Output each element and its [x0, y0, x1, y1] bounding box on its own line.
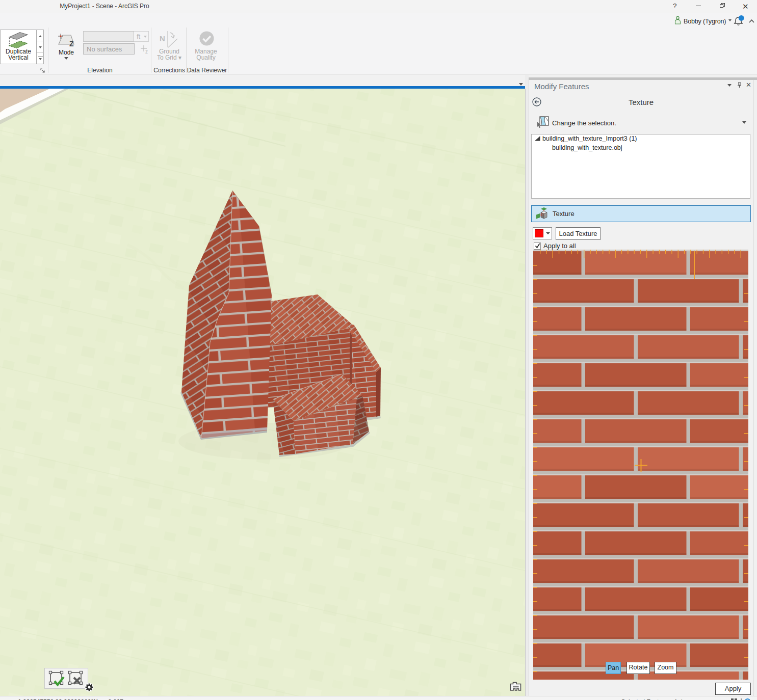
svg-text:z: z [145, 49, 148, 55]
svg-text:Z: Z [69, 40, 74, 48]
svg-text:N: N [160, 34, 165, 43]
